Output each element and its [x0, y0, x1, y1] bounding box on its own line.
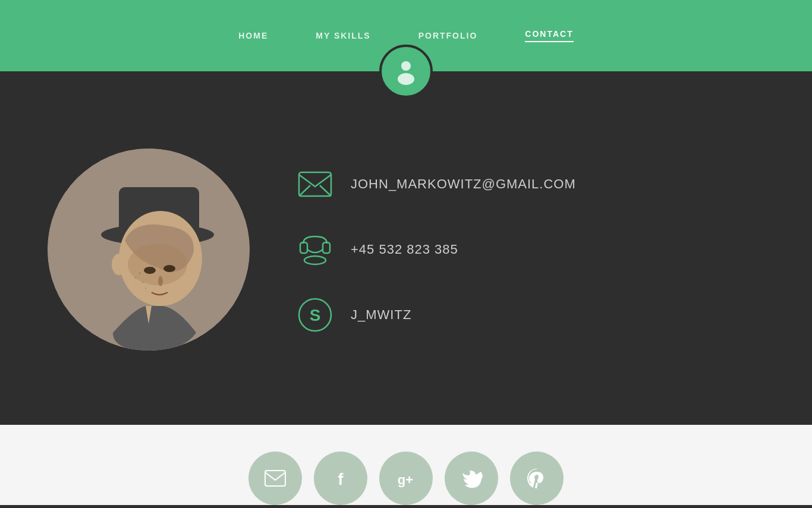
main-section: JOHN_MARKOWITZ@GMAIL.COM +45 532 823 385 [0, 98, 812, 425]
email-row: JOHN_MARKOWITZ@GMAIL.COM [297, 166, 764, 202]
svg-point-12 [135, 277, 137, 279]
svg-text:f: f [338, 470, 344, 488]
svg-text:g+: g+ [398, 472, 413, 487]
svg-line-17 [320, 185, 331, 196]
svg-point-20 [304, 256, 326, 264]
svg-text:S: S [310, 306, 321, 324]
skype-text: J_MWITZ [351, 307, 411, 323]
social-pinterest-button[interactable] [510, 452, 564, 505]
contact-info: JOHN_MARKOWITZ@GMAIL.COM +45 532 823 385 [297, 166, 764, 333]
svg-point-1 [398, 73, 414, 85]
svg-rect-19 [323, 242, 330, 253]
svg-point-11 [142, 282, 144, 283]
email-icon [297, 166, 333, 202]
social-email-button[interactable] [248, 452, 302, 505]
skype-icon: S [297, 297, 333, 333]
social-facebook-button[interactable]: f [314, 452, 367, 505]
nav-home[interactable]: HOME [238, 31, 268, 40]
avatar-wrap [0, 45, 812, 98]
nav-portfolio[interactable]: PORTFOLIO [418, 31, 478, 40]
footer: f g+ [0, 425, 812, 505]
social-googleplus-button[interactable]: g+ [379, 452, 433, 505]
svg-point-7 [128, 244, 187, 285]
svg-point-0 [401, 61, 411, 71]
svg-point-10 [139, 272, 141, 274]
svg-line-16 [299, 185, 310, 196]
svg-point-14 [133, 285, 134, 286]
profile-photo [48, 149, 250, 351]
svg-point-13 [145, 288, 147, 289]
svg-point-9 [163, 265, 175, 272]
phone-row: +45 532 823 385 [297, 232, 764, 267]
svg-point-6 [112, 254, 126, 275]
skype-row: S J_MWITZ [297, 297, 764, 333]
phone-icon [297, 232, 333, 267]
email-text: JOHN_MARKOWITZ@GMAIL.COM [351, 176, 576, 192]
svg-rect-23 [265, 471, 285, 486]
person-icon [392, 58, 420, 85]
phone-text: +45 532 823 385 [351, 242, 458, 257]
nav-skills[interactable]: MY SKILLS [316, 31, 370, 40]
nav-contact[interactable]: CONTACT [525, 29, 573, 42]
svg-point-8 [144, 267, 156, 274]
social-twitter-button[interactable] [445, 452, 498, 505]
avatar [379, 45, 433, 98]
svg-rect-18 [300, 242, 307, 253]
